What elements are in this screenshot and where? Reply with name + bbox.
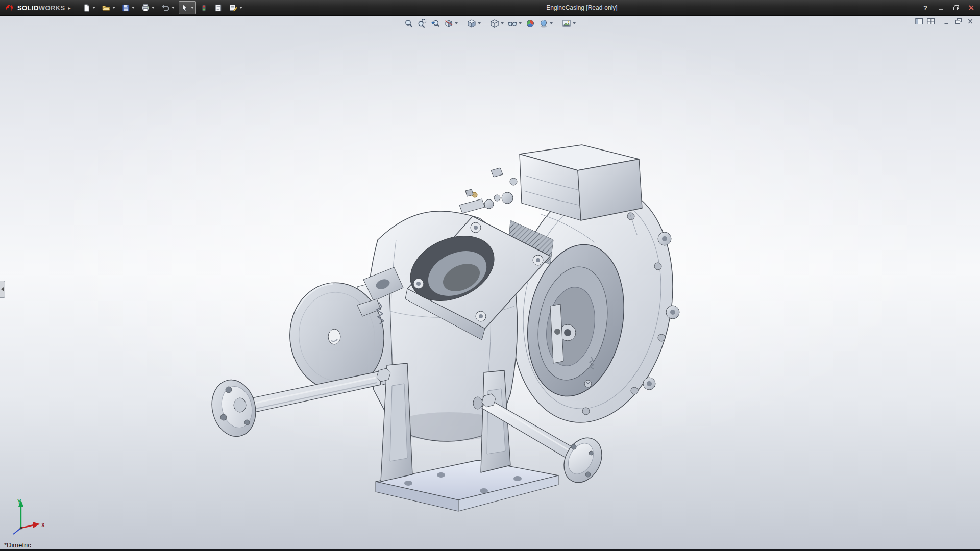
- toolbar-separator: [483, 23, 487, 24]
- restore-icon: [953, 5, 960, 11]
- dropdown-caret-icon[interactable]: [92, 7, 95, 9]
- help-button[interactable]: ?: [921, 3, 930, 13]
- minimize-doc-icon: [943, 18, 951, 27]
- toolbar-separator: [460, 23, 464, 24]
- solidworks-brand: SOLIDWORKS: [0, 3, 68, 12]
- previous-view-button[interactable]: [429, 17, 442, 30]
- minimize-icon: [938, 5, 944, 11]
- graphics-area[interactable]: Y X *Dimetric: [0, 15, 980, 551]
- close-button[interactable]: [967, 3, 976, 13]
- apply-scene-icon: [539, 19, 548, 28]
- toolbar-separator: [555, 23, 559, 24]
- view-settings-icon: [562, 19, 571, 28]
- file-properties-icon: [214, 4, 223, 12]
- chevron-left-icon: [1, 287, 4, 291]
- dropdown-caret-icon[interactable]: [550, 22, 553, 24]
- window-controls: ?: [921, 0, 976, 15]
- save-button[interactable]: [119, 1, 137, 14]
- dropdown-caret-icon[interactable]: [152, 7, 155, 9]
- zoom-to-area-icon: [418, 19, 427, 28]
- toolbar-overflow-chevron-icon[interactable]: ▸: [68, 5, 71, 11]
- hide-show-items-button[interactable]: [506, 17, 523, 30]
- dropdown-caret-icon[interactable]: [519, 22, 522, 24]
- triad-y-label: Y: [17, 498, 21, 505]
- select-button[interactable]: [179, 1, 196, 14]
- options-icon: [229, 3, 238, 12]
- viewport-layout-icon: [915, 18, 923, 27]
- orientation-triad: Y X: [1, 496, 52, 545]
- edit-appearance-button[interactable]: [524, 17, 536, 30]
- orientation-label: *Dimetric: [4, 541, 31, 549]
- close-doc-icon: [966, 18, 974, 27]
- part-throttle-linkage[interactable]: [459, 189, 500, 213]
- zoom-to-area-button[interactable]: [416, 17, 428, 30]
- minimize-doc-button[interactable]: [942, 18, 951, 27]
- section-view-button[interactable]: [443, 17, 459, 30]
- split-view-button[interactable]: [926, 18, 936, 27]
- dropdown-caret-icon[interactable]: [191, 7, 194, 9]
- open-file-button[interactable]: [100, 1, 117, 14]
- dropdown-caret-icon[interactable]: [501, 22, 504, 24]
- close-doc-button[interactable]: [966, 18, 975, 27]
- minimize-button[interactable]: [936, 3, 945, 13]
- zoom-to-fit-icon: [404, 19, 413, 28]
- part-support-rod-left[interactable]: [206, 368, 390, 441]
- restore-doc-button[interactable]: [954, 18, 963, 27]
- split-view-icon: [927, 18, 935, 27]
- rebuild-icon: [200, 4, 208, 12]
- document-window-controls: [915, 18, 975, 27]
- undo-icon: [161, 3, 170, 12]
- model-engine-casing[interactable]: [0, 15, 980, 551]
- viewport-layout-button[interactable]: [915, 18, 924, 27]
- dropdown-caret-icon[interactable]: [573, 22, 576, 24]
- dropdown-caret-icon[interactable]: [239, 7, 242, 9]
- restore-doc-icon: [954, 18, 963, 27]
- new-file-button[interactable]: [80, 1, 97, 14]
- quick-access-toolbar: [80, 1, 244, 14]
- new-file-icon: [82, 4, 91, 12]
- view-settings-button[interactable]: [560, 17, 577, 30]
- ds-logo-icon: [4, 3, 14, 12]
- view-orientation-icon: [467, 19, 476, 28]
- heads-up-view-toolbar: [403, 17, 577, 30]
- undo-button[interactable]: [159, 1, 177, 14]
- display-style-button[interactable]: [488, 17, 505, 30]
- hide-show-items-icon: [508, 19, 517, 28]
- print-icon: [141, 3, 150, 12]
- zoom-to-fit-button[interactable]: [403, 17, 415, 30]
- select-icon: [181, 4, 189, 12]
- title-bar: SOLIDWORKS ▸ EngineCasing [Read-only] ?: [0, 0, 980, 16]
- window-title: EngineCasing [Read-only]: [546, 0, 617, 15]
- print-button[interactable]: [139, 1, 157, 14]
- dropdown-caret-icon[interactable]: [478, 22, 481, 24]
- section-view-icon: [444, 19, 453, 28]
- open-file-icon: [102, 3, 111, 12]
- view-orientation-button[interactable]: [465, 17, 482, 30]
- previous-view-icon: [431, 19, 440, 28]
- close-icon: [968, 5, 974, 11]
- edit-appearance-icon: [526, 19, 535, 28]
- save-icon: [121, 4, 130, 12]
- dropdown-caret-icon[interactable]: [455, 22, 458, 24]
- maximize-button[interactable]: [951, 3, 961, 13]
- dropdown-caret-icon[interactable]: [172, 7, 175, 9]
- rebuild-button[interactable]: [198, 1, 210, 14]
- part-cylinder-block[interactable]: [491, 145, 642, 220]
- help-icon: ?: [923, 4, 927, 12]
- triad-x-label: X: [41, 522, 45, 528]
- options-button[interactable]: [227, 1, 244, 14]
- dropdown-caret-icon[interactable]: [132, 7, 135, 9]
- task-pane-toggle[interactable]: [0, 281, 5, 298]
- dropdown-caret-icon[interactable]: [112, 7, 115, 9]
- apply-scene-button[interactable]: [537, 17, 554, 30]
- display-style-icon: [490, 19, 499, 28]
- file-properties-button[interactable]: [212, 1, 225, 14]
- brand-wordmark: SOLIDWORKS: [17, 4, 65, 12]
